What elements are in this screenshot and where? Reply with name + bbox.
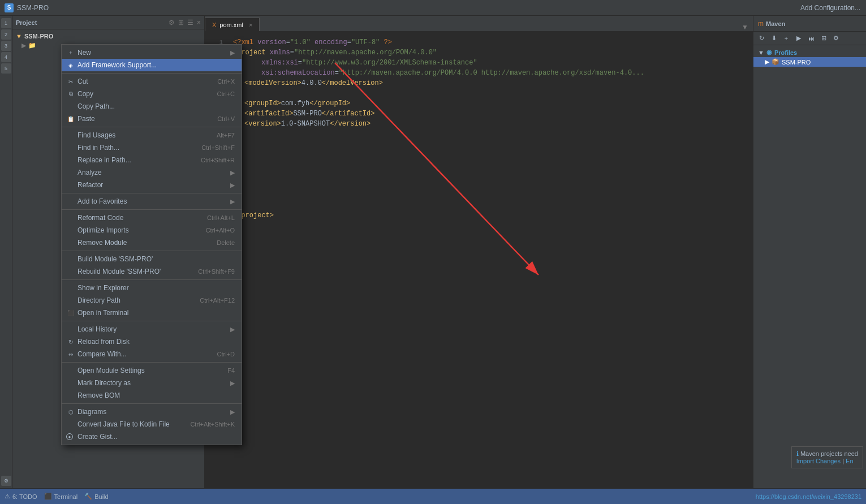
code-line-7: <groupId>com.fyh</groupId> (233, 98, 747, 109)
notification-import-link[interactable]: Import Changes (796, 458, 841, 464)
menu-item-compare-with[interactable]: ⇔ Compare With... Ctrl+D (62, 348, 242, 360)
menu-item-optimize-imports[interactable]: Optimize Imports Ctrl+Alt+O (62, 224, 242, 236)
status-terminal[interactable]: ⬛ Terminal (44, 493, 78, 500)
compare-shortcut: Ctrl+D (217, 351, 235, 357)
panel-icon-layout[interactable]: ⊞ (178, 19, 184, 27)
menu-item-copy[interactable]: ⧉ Copy Ctrl+C (62, 88, 242, 100)
code-line-1: <?xml version="1.0" encoding="UTF-8" ?> (233, 37, 747, 48)
code-line-14 (233, 170, 747, 180)
menu-item-local-history-label: Local History (77, 325, 117, 333)
code-line-17 (233, 200, 747, 210)
status-build[interactable]: 🔨 Build (84, 493, 108, 500)
left-icon-6[interactable]: ⚙ (1, 476, 11, 486)
separator-2 (62, 127, 242, 127)
menu-item-create-gist[interactable]: ● Create Gist... (62, 430, 242, 443)
build-icon: 🔨 (84, 493, 92, 500)
menu-item-diagrams-label: Diagrams (77, 408, 106, 416)
menu-item-local-history[interactable]: Local History ▶ (62, 323, 242, 335)
menu-item-compare-label: Compare With... (77, 350, 127, 358)
status-build-label: Build (94, 493, 108, 500)
menu-item-diagrams[interactable]: ⬡ Diagrams ▶ (62, 406, 242, 418)
separator-6 (62, 279, 242, 280)
menu-item-cut[interactable]: ✂ Cut Ctrl+X (62, 75, 242, 88)
menu-item-remove-module[interactable]: Remove Module Delete (62, 236, 242, 249)
menu-item-replace-in-path[interactable]: Replace in Path... Ctrl+Shift+R (62, 154, 242, 166)
mark-directory-arrow: ▶ (230, 380, 235, 387)
menu-item-rebuild-module[interactable]: Rebuild Module 'SSM-PRO' Ctrl+Shift+F9 (62, 265, 242, 278)
menu-item-build-module[interactable]: Build Module 'SSM-PRO' (62, 253, 242, 265)
menu-item-open-module-settings[interactable]: Open Module Settings F4 (62, 364, 242, 377)
menu-item-copy-path[interactable]: Copy Path... (62, 100, 242, 113)
notification-enable-link[interactable]: En (846, 458, 853, 464)
menu-item-open-terminal[interactable]: ⬛ Open in Terminal (62, 307, 242, 319)
panel-icon-settings[interactable]: ☰ (187, 19, 193, 27)
editor-area: X pom.xml × ▼ 12345 678910 1112131415 16… (205, 16, 753, 488)
cut-shortcut: Ctrl+X (217, 78, 235, 85)
notification-icon: ℹ (796, 450, 799, 457)
project-panel: Project ⚙ ⊞ ☰ × ▼ SSM-PRO ▶ 📁 + New ▶ (12, 16, 205, 488)
menu-item-new-label: New (77, 49, 91, 57)
tree-item-ssmmpro[interactable]: ▼ SSM-PRO (12, 32, 204, 41)
maven-add-btn[interactable]: + (781, 33, 792, 44)
menu-item-reload-label: Reload from Disk (77, 338, 130, 346)
todo-icon: ⚠ (5, 493, 10, 500)
menu-item-reformat-code[interactable]: Reformat Code Ctrl+Alt+L (62, 212, 242, 224)
maven-panel: m Maven ↻ ⬇ + ▶ ⏭ ⊞ ⚙ ▼ ◉ Profiles ▶ 📦 S… (753, 16, 866, 488)
app-icon: S (5, 3, 14, 12)
left-icon-4[interactable]: 4 (1, 52, 11, 62)
panel-icon-close[interactable]: × (197, 19, 201, 27)
left-icon-2[interactable]: 2 (1, 29, 11, 40)
menu-item-find-usages[interactable]: Find Usages Alt+F7 (62, 129, 242, 141)
editor-collapse-icon[interactable]: ▼ (742, 23, 753, 31)
left-icon-1[interactable]: 1 (1, 18, 11, 28)
menu-item-show-in-explorer[interactable]: Show in Explorer (62, 282, 242, 294)
maven-settings-btn[interactable]: ⚙ (830, 33, 842, 44)
separator-4 (62, 209, 242, 210)
status-todo[interactable]: ⚠ 6: TODO (5, 493, 37, 500)
menu-item-add-framework[interactable]: ◈ Add Framework Support... (62, 59, 242, 71)
menu-item-reload-from-disk[interactable]: ↻ Reload from Disk (62, 335, 242, 348)
maven-skip-btn[interactable]: ⏭ (805, 33, 817, 44)
github-icon: ● (66, 433, 73, 440)
menu-item-add-to-favorites[interactable]: Add to Favorites ▶ (62, 195, 242, 208)
maven-refresh-btn[interactable]: ↻ (756, 33, 767, 44)
maven-ssmmpro-item[interactable]: ▶ 📦 SSM-PRO (753, 57, 866, 67)
menu-item-copy-path-label: Copy Path... (77, 102, 115, 110)
menu-item-directory-path[interactable]: Directory Path Ctrl+Alt+F12 (62, 294, 242, 307)
maven-download-btn[interactable]: ⬇ (768, 33, 779, 44)
add-configuration-button[interactable]: Add Configuration... (800, 4, 860, 12)
left-icon-5[interactable]: 5 (1, 63, 11, 74)
remove-module-shortcut: Delete (217, 239, 235, 246)
maven-tree: ▼ ◉ Profiles ▶ 📦 SSM-PRO (753, 45, 866, 69)
menu-item-remove-bom[interactable]: Remove BOM (62, 389, 242, 402)
code-editor[interactable]: 12345 678910 1112131415 161718 <?xml ver… (205, 32, 753, 488)
menu-item-mark-directory[interactable]: Mark Directory as ▶ (62, 377, 242, 389)
menu-item-refactor[interactable]: Refactor ▶ (62, 179, 242, 191)
profiles-expand-icon: ▼ (758, 49, 764, 56)
profiles-icon: ◉ (766, 49, 772, 56)
main-layout: 1 2 3 4 5 ⚙ Project ⚙ ⊞ ☰ × ▼ SSM-PRO ▶ … (0, 16, 866, 488)
menu-item-directory-path-label: Directory Path (77, 296, 120, 304)
menu-item-find-in-path[interactable]: Find in Path... Ctrl+Shift+F (62, 141, 242, 154)
menu-item-analyze[interactable]: Analyze ▶ (62, 166, 242, 179)
diagrams-icon: ⬡ (66, 407, 75, 416)
menu-item-refactor-label: Refactor (77, 181, 103, 189)
menu-item-cut-label: Cut (77, 77, 88, 85)
menu-item-new[interactable]: + New ▶ (62, 46, 242, 59)
menu-item-convert-kotlin[interactable]: Convert Java File to Kotlin File Ctrl+Al… (62, 418, 242, 430)
titlebar: S SSM-PRO Add Configuration... (0, 0, 866, 16)
maven-tree-btn[interactable]: ⊞ (818, 33, 829, 44)
diagrams-arrow: ▶ (230, 408, 235, 416)
tab-close-icon[interactable]: × (249, 21, 252, 28)
menu-item-find-in-path-label: Find in Path... (77, 144, 119, 152)
panel-icon-gear[interactable]: ⚙ (169, 19, 175, 27)
maven-icon: m (758, 20, 764, 28)
maven-profiles-item[interactable]: ▼ ◉ Profiles (753, 48, 866, 57)
maven-run-btn[interactable]: ▶ (793, 33, 804, 44)
tab-pom-xml[interactable]: X pom.xml × (205, 18, 260, 31)
ssmmpro-icon: 📦 (772, 58, 779, 66)
menu-item-paste[interactable]: 📋 Paste Ctrl+V (62, 113, 242, 125)
app-title: SSM-PRO (17, 4, 49, 12)
left-icon-3[interactable]: 3 (1, 41, 11, 51)
code-line-2: <project xmlns="http://maven.apache.org/… (233, 48, 747, 58)
